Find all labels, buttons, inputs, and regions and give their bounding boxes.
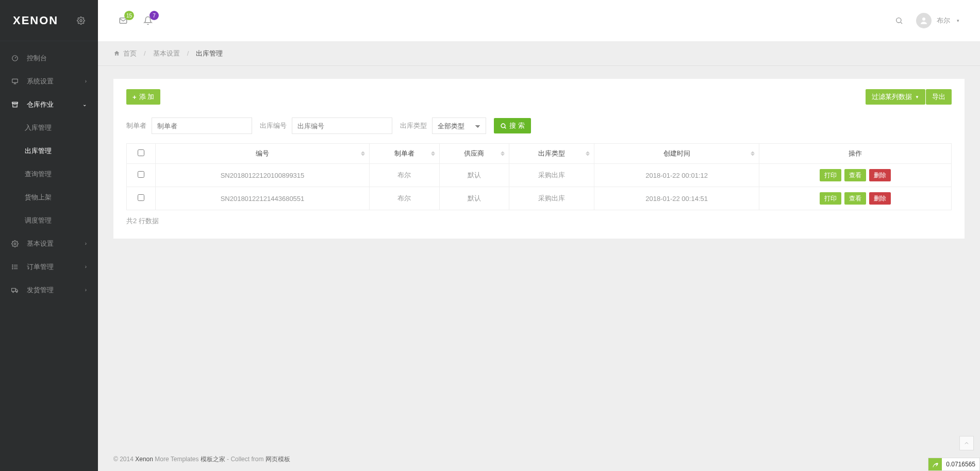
delete-button[interactable]: 删除 <box>869 169 891 181</box>
add-button[interactable]: + 添 加 <box>126 89 160 105</box>
breadcrumb-mid[interactable]: 基本设置 <box>153 49 180 58</box>
sidebar-item-label: 仓库作业 <box>27 100 82 109</box>
cell-type: 采购出库 <box>509 187 594 210</box>
cell-creator: 布尔 <box>369 164 439 187</box>
table-row: SN20180122120100899315布尔默认采购出库2018-01-22… <box>127 164 952 187</box>
breadcrumb-current: 出库管理 <box>196 49 223 58</box>
creator-input[interactable] <box>152 117 252 134</box>
select-all-checkbox[interactable] <box>138 149 144 156</box>
cell-actions: 打印查看删除 <box>759 164 952 187</box>
sidebar-item-3[interactable]: 基本设置› <box>0 232 98 255</box>
content: + 添 加 过滤某列数据 ▼ 导出 制单者 出库编号 <box>98 66 980 280</box>
svg-line-23 <box>505 127 506 128</box>
topbar: 15 7 布尔 ▾ <box>98 0 980 41</box>
mail-notification[interactable]: 15 <box>119 16 128 25</box>
chevron-down-icon: ⌄ <box>82 102 87 107</box>
page: 首页 / 基本设置 / 出库管理 + 添 加 过滤某列数据 ▼ 导出 <box>98 41 980 471</box>
cell-supplier: 默认 <box>439 164 509 187</box>
table-row: SN20180122121443680551布尔默认采购出库2018-01-22… <box>127 187 952 210</box>
chevron-down-icon: ▾ <box>957 18 959 23</box>
svg-point-16 <box>12 291 13 292</box>
sort-icon <box>751 152 755 156</box>
bell-notification[interactable]: 7 <box>143 16 153 25</box>
print-button[interactable]: 打印 <box>820 169 841 181</box>
cell-created: 2018-01-22 00:14:51 <box>594 187 759 210</box>
svg-point-22 <box>501 124 505 128</box>
filter-creator: 制单者 <box>126 117 252 134</box>
cell-creator: 布尔 <box>369 187 439 210</box>
debug-bar[interactable]: 0.0716565 <box>928 458 980 471</box>
header-created[interactable]: 创建时间 <box>594 144 759 164</box>
gear-icon <box>11 240 22 247</box>
header-type[interactable]: 出库类型 <box>509 144 594 164</box>
export-button[interactable]: 导出 <box>926 89 952 105</box>
cell-type: 采购出库 <box>509 164 594 187</box>
search-button[interactable]: 搜 索 <box>494 118 531 133</box>
sidebar-item-5[interactable]: 发货管理› <box>0 278 98 301</box>
header-supplier[interactable]: 供应商 <box>439 144 509 164</box>
filter-columns-label: 过滤某列数据 <box>872 92 912 102</box>
filter-columns-button[interactable]: 过滤某列数据 ▼ <box>866 89 925 105</box>
sidebar-subitem-2-4[interactable]: 调度管理 <box>0 209 98 232</box>
sidebar-subitem-2-2[interactable]: 查询管理 <box>0 162 98 186</box>
filter-code: 出库编号 <box>260 117 392 134</box>
code-input[interactable] <box>292 117 392 134</box>
truck-icon <box>11 287 22 294</box>
cell-created: 2018-01-22 00:01:12 <box>594 164 759 187</box>
cell-code: SN20180122120100899315 <box>156 164 370 187</box>
sidebar-item-2[interactable]: 仓库作业⌄ <box>0 93 98 116</box>
scroll-top-button[interactable] <box>959 436 974 450</box>
sidebar-item-label: 控制台 <box>27 54 87 63</box>
sidebar-item-4[interactable]: 订单管理› <box>0 255 98 278</box>
filter-row: 制单者 出库编号 出库类型 全部类型 搜 索 <box>126 117 952 134</box>
debug-time: 0.0716565 <box>942 461 979 468</box>
footer-link-web[interactable]: 网页模板 <box>265 456 290 463</box>
cell-actions: 打印查看删除 <box>759 187 952 210</box>
sort-icon <box>361 152 365 156</box>
search-button-label: 搜 索 <box>509 121 525 130</box>
sidebar-item-label: 系统设置 <box>27 77 85 86</box>
plus-icon: + <box>132 93 137 101</box>
svg-rect-6 <box>13 103 17 107</box>
svg-line-20 <box>901 22 902 24</box>
sidebar-item-label: 基本设置 <box>27 239 85 248</box>
sidebar-item-1[interactable]: 系统设置› <box>0 70 98 93</box>
view-button[interactable]: 查看 <box>844 192 866 205</box>
search-icon[interactable] <box>895 16 903 25</box>
row-checkbox[interactable] <box>138 171 144 178</box>
sort-icon <box>501 152 505 156</box>
sidebar-subitem-2-1[interactable]: 出库管理 <box>0 139 98 162</box>
home-icon <box>113 50 120 57</box>
svg-rect-15 <box>12 288 16 291</box>
sidebar-subitem-2-3[interactable]: 货物上架 <box>0 186 98 209</box>
sidebar-subitem-2-0[interactable]: 入库管理 <box>0 116 98 139</box>
breadcrumb-home-label: 首页 <box>123 49 137 58</box>
row-checkbox[interactable] <box>138 194 144 201</box>
brand-logo[interactable]: XENON <box>13 14 58 27</box>
sort-icon <box>586 152 590 156</box>
add-button-label: 添 加 <box>139 92 155 102</box>
breadcrumb-home[interactable]: 首页 <box>113 49 137 58</box>
header-code[interactable]: 编号 <box>156 144 370 164</box>
list-icon <box>11 263 22 271</box>
user-menu[interactable]: 布尔 ▾ <box>916 13 959 28</box>
svg-point-8 <box>14 243 16 245</box>
print-button[interactable]: 打印 <box>820 192 841 205</box>
sidebar-header: XENON <box>0 0 98 41</box>
panel-toolbar: + 添 加 过滤某列数据 ▼ 导出 <box>126 89 952 105</box>
type-select[interactable]: 全部类型 <box>432 117 486 134</box>
settings-gear-icon[interactable] <box>77 16 85 25</box>
delete-button[interactable]: 删除 <box>869 192 891 205</box>
footer-collect: - Collect from <box>225 456 265 463</box>
breadcrumb: 首页 / 基本设置 / 出库管理 <box>98 41 980 66</box>
header-creator[interactable]: 制单者 <box>369 144 439 164</box>
avatar <box>916 13 932 28</box>
footer-copyright: © 2014 <box>113 456 135 463</box>
filter-code-label: 出库编号 <box>260 121 287 130</box>
sidebar-item-0[interactable]: 控制台 <box>0 46 98 70</box>
filter-creator-label: 制单者 <box>126 121 146 130</box>
sidebar-menu: 控制台系统设置›仓库作业⌄入库管理出库管理查询管理货物上架调度管理基本设置›订单… <box>0 41 98 471</box>
view-button[interactable]: 查看 <box>844 169 866 181</box>
chevron-right-icon: › <box>85 264 87 270</box>
footer-link-templates[interactable]: 模板之家 <box>201 456 225 463</box>
